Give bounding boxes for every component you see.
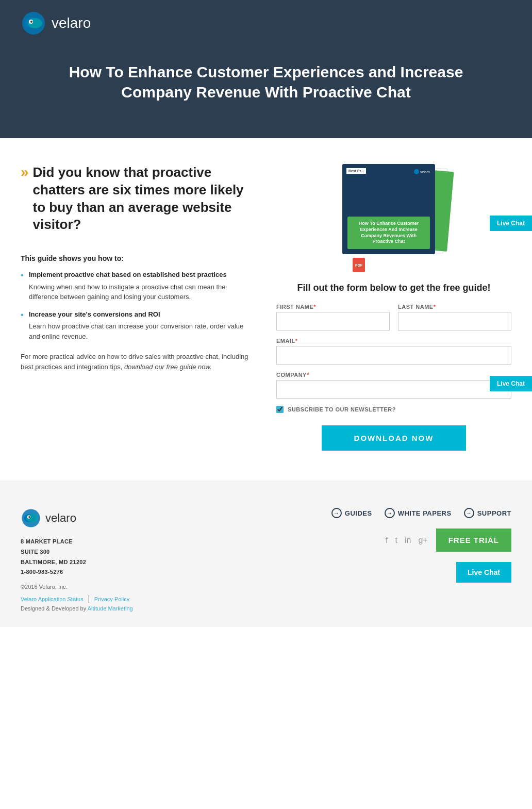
- last-name-input[interactable]: [398, 312, 511, 331]
- address-line3: BALTIMORE, MD 21202: [21, 557, 133, 568]
- whitepapers-arrow-icon: →: [385, 508, 395, 518]
- social-and-trial: f t in g+ FREE TRIAL: [331, 529, 511, 552]
- bullet-list: Implement proactive chat based on establ…: [21, 270, 256, 341]
- left-column: » Did you know that proactive chatters a…: [21, 164, 256, 456]
- privacy-policy-link[interactable]: Privacy Policy: [94, 596, 129, 602]
- footer-nav-whitepapers[interactable]: → WHITE PAPERS: [385, 508, 452, 518]
- book-velaro-text: velaro: [420, 170, 430, 174]
- last-name-label: LAST NAME*: [398, 304, 511, 310]
- facebook-icon[interactable]: f: [386, 536, 388, 545]
- footer-left: velaro 8 MARKET PLACE SUITE 300 BALTIMOR…: [21, 508, 133, 612]
- book-front-label: How To Enhance Customer Experiences And …: [347, 217, 430, 249]
- newsletter-checkbox[interactable]: [276, 406, 284, 413]
- logo-area: velaro: [21, 10, 511, 36]
- book-front-cover: Best Pr... velaro How To Enhance Custome…: [342, 164, 435, 254]
- guide-shows-label: This guide shows you how to:: [21, 254, 256, 262]
- guides-label: GUIDES: [345, 509, 372, 517]
- twitter-icon[interactable]: t: [395, 536, 397, 545]
- contact-form: FIRST NAME* LAST NAME* EMAIL*: [276, 304, 511, 451]
- live-chat-button-top[interactable]: Live Chat: [490, 216, 532, 231]
- support-label: SUPPORT: [477, 509, 511, 517]
- company-input[interactable]: [276, 380, 511, 399]
- book-mockup: Best Pr... velaro How To Enhance Custome…: [327, 164, 461, 267]
- email-group: EMAIL*: [276, 338, 511, 365]
- last-name-group: LAST NAME*: [398, 304, 511, 331]
- chevrons-icon: »: [21, 164, 29, 180]
- footer-logo-area: velaro: [21, 508, 133, 529]
- pdf-icon: PDF: [353, 258, 365, 272]
- header-title: How To Enhance Customer Experiences and …: [21, 57, 511, 118]
- address-line2: SUITE 300: [21, 547, 133, 557]
- first-name-label: FIRST NAME*: [276, 304, 390, 310]
- bottom-text: For more practical advice on how to driv…: [21, 352, 256, 372]
- download-button[interactable]: DOWNLOAD NOW: [322, 425, 466, 451]
- name-row: FIRST NAME* LAST NAME*: [276, 304, 511, 331]
- book-area-wrapper: Best Pr... velaro How To Enhance Custome…: [276, 164, 511, 267]
- first-name-group: FIRST NAME*: [276, 304, 390, 331]
- main-content: » Did you know that proactive chatters a…: [0, 138, 532, 482]
- live-chat-float: Live Chat: [331, 562, 511, 583]
- header-logo-text: velaro: [52, 15, 91, 31]
- footer-right: → GUIDES → WHITE PAPERS → SUPPORT f t in: [331, 508, 511, 583]
- whitepapers-label: WHITE PAPERS: [398, 509, 452, 517]
- right-column: Best Pr... velaro How To Enhance Custome…: [276, 164, 511, 456]
- bullet-title-2: Increase your site's conversions and ROI: [29, 309, 256, 320]
- linkedin-icon[interactable]: in: [405, 536, 411, 545]
- bullet-title-1: Implement proactive chat based on establ…: [29, 270, 256, 280]
- footer-dev: Designed & Developed by Altitude Marketi…: [21, 605, 133, 612]
- footer-nav-links: → GUIDES → WHITE PAPERS → SUPPORT: [331, 508, 511, 518]
- svg-point-4: [30, 21, 32, 23]
- altitude-marketing-link[interactable]: Altitude Marketing: [88, 605, 133, 612]
- form-title: Fill out the form below to get the free …: [276, 283, 511, 293]
- company-wrapper: COMPANY* Live Chat: [276, 372, 511, 399]
- live-chat-button-mid[interactable]: Live Chat: [490, 376, 532, 391]
- newsletter-label: SUBSCRIBE TO OUR NEWSLETTER?: [288, 406, 396, 412]
- footer-dev-text: Designed & Developed by: [21, 605, 88, 612]
- book-best-pr-label: Best Pr...: [346, 168, 366, 174]
- book-area: Best Pr... velaro How To Enhance Custome…: [276, 164, 511, 267]
- footer-logo-icon: [21, 508, 41, 529]
- footer-copy: ©2016 Velaro, Inc.: [21, 584, 133, 590]
- header: velaro How To Enhance Customer Experienc…: [0, 0, 532, 138]
- company-label: COMPANY*: [276, 372, 511, 378]
- newsletter-row: SUBSCRIBE TO OUR NEWSLETTER?: [276, 406, 511, 413]
- support-arrow-icon: →: [464, 508, 474, 518]
- bullet-item-2: Increase your site's conversions and ROI…: [21, 309, 256, 342]
- footer-nav-support[interactable]: → SUPPORT: [464, 508, 511, 518]
- footer-nav-guides[interactable]: → GUIDES: [331, 508, 372, 518]
- footer: velaro 8 MARKET PLACE SUITE 300 BALTIMOR…: [0, 482, 532, 627]
- footer-logo-text: velaro: [45, 511, 76, 525]
- address-line4: 1-800-983-5276: [21, 567, 133, 577]
- bottom-text-italic: download our free guide now.: [124, 363, 212, 371]
- company-group: COMPANY*: [276, 372, 511, 399]
- svg-point-9: [28, 516, 30, 518]
- googleplus-icon[interactable]: g+: [418, 536, 427, 545]
- footer-inner: velaro 8 MARKET PLACE SUITE 300 BALTIMOR…: [21, 508, 511, 612]
- velaro-logo-icon: [21, 10, 46, 36]
- email-input[interactable]: [276, 346, 511, 365]
- address-line1: 8 MARKET PLACE: [21, 537, 133, 547]
- free-trial-button[interactable]: FREE TRIAL: [436, 529, 511, 552]
- app-status-link[interactable]: Velaro Application Status: [21, 596, 84, 602]
- first-name-input[interactable]: [276, 312, 390, 331]
- bullet-item-1: Implement proactive chat based on establ…: [21, 270, 256, 302]
- email-label: EMAIL*: [276, 338, 511, 344]
- book-logo: velaro: [414, 169, 430, 174]
- bullet-desc-1: Knowing when and how to instigate a proa…: [29, 283, 226, 301]
- footer-address: 8 MARKET PLACE SUITE 300 BALTIMORE, MD 2…: [21, 537, 133, 577]
- bullet-desc-2: Learn how proactive chat can increase yo…: [29, 322, 243, 340]
- big-question: Did you know that proactive chatters are…: [33, 164, 256, 234]
- social-icons: f t in g+: [386, 536, 428, 545]
- live-chat-button-bottom[interactable]: Live Chat: [456, 562, 511, 583]
- footer-links: Velaro Application Status | Privacy Poli…: [21, 594, 133, 603]
- guides-arrow-icon: →: [331, 508, 342, 518]
